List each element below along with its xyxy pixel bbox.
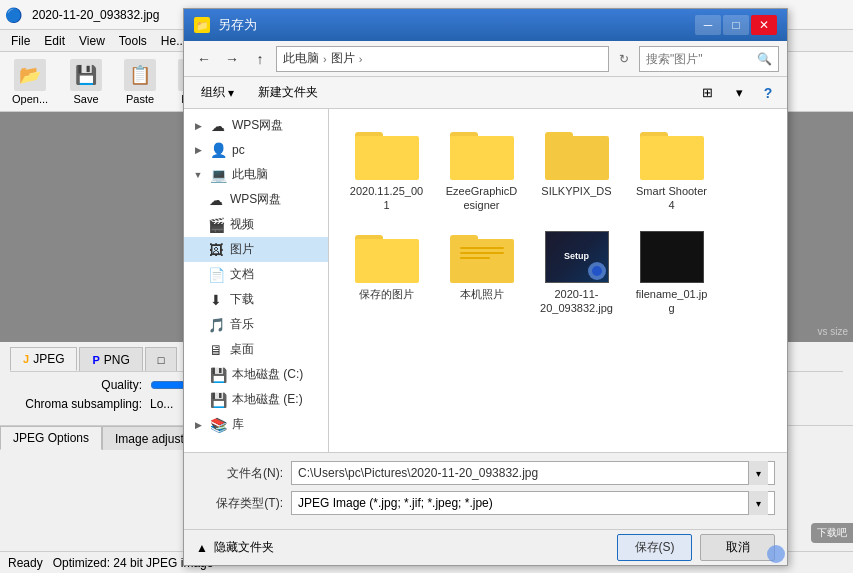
view-toggle-button[interactable]: ⊞ xyxy=(693,82,721,104)
dialog-sidebar: ▶ ☁ WPS网盘 ▶ 👤 pc ▼ 💻 此电脑 ☁ xyxy=(184,109,329,452)
view-arrow-button[interactable]: ▾ xyxy=(725,82,753,104)
tab-jpeg-options[interactable]: JPEG Options xyxy=(0,426,102,450)
tab-other[interactable]: □ xyxy=(145,347,178,371)
file-item-fn01[interactable]: filename_01.jpg xyxy=(629,227,714,320)
paste-button[interactable]: 📋 Paste xyxy=(117,55,163,109)
wps2-icon: ☁ xyxy=(208,192,224,208)
breadcrumb-pictures: 图片 xyxy=(331,50,355,67)
sidebar-item-music[interactable]: 🎵 音乐 xyxy=(184,312,328,337)
dialog-buttons: 保存(S) 取消 xyxy=(617,534,775,561)
breadcrumb: 此电脑 › 图片 › xyxy=(283,50,364,67)
sidebar-item-pc[interactable]: ▶ 👤 pc xyxy=(184,138,328,162)
address-bar[interactable]: 此电脑 › 图片 › xyxy=(276,46,609,72)
filetype-label: 保存类型(T): xyxy=(196,495,291,512)
minimize-button[interactable]: ─ xyxy=(695,15,721,35)
sidebar-item-desktop[interactable]: 🖥 桌面 xyxy=(184,337,328,362)
sidebar-item-this-pc[interactable]: ▼ 💻 此电脑 xyxy=(184,162,328,187)
search-bar[interactable]: 🔍 xyxy=(639,46,779,72)
open-button[interactable]: 📂 Open... xyxy=(5,55,55,109)
sidebar-item-documents[interactable]: 📄 文档 xyxy=(184,262,328,287)
png-tab-label: PNG xyxy=(104,353,130,367)
pc-label: pc xyxy=(232,143,245,157)
filetype-value: JPEG Image (*.jpg; *.jif; *.jpeg; *.jpe) xyxy=(298,496,493,510)
dialog-title-area: 📁 另存为 xyxy=(194,16,257,34)
sidebar-item-videos[interactable]: 🎬 视频 xyxy=(184,212,328,237)
chroma-label: Chroma subsampling: xyxy=(20,397,150,411)
tab-png[interactable]: P PNG xyxy=(79,347,142,371)
filename-dropdown-arrow[interactable]: ▾ xyxy=(748,461,768,485)
organize-button[interactable]: 组织 ▾ xyxy=(192,81,243,104)
paste-label: Paste xyxy=(126,93,154,105)
folder-icon-smart xyxy=(640,128,704,180)
videos-label: 视频 xyxy=(230,216,254,233)
search-input[interactable] xyxy=(646,52,757,66)
save-label: Save xyxy=(74,93,99,105)
filename-value: C:\Users\pc\Pictures\2020-11-20_093832.j… xyxy=(298,466,748,480)
filename-label: 文件名(N): xyxy=(196,465,291,482)
expand-lib: ▶ xyxy=(192,419,204,431)
expand-disk-e xyxy=(192,394,204,406)
up-button[interactable]: ↑ xyxy=(248,47,272,71)
folder-icon-ezee xyxy=(450,128,514,180)
filename-input-wrapper[interactable]: C:\Users\pc\Pictures\2020-11-20_093832.j… xyxy=(291,461,775,485)
file-item-photos-folder[interactable]: 本机照片 xyxy=(439,227,524,320)
forward-button[interactable]: → xyxy=(220,47,244,71)
cancel-button[interactable]: 取消 xyxy=(700,534,775,561)
file-fn01-label: filename_01.jpg xyxy=(633,287,710,316)
folder-2020-label: 2020.11.25_001 xyxy=(348,184,425,213)
file-item-saved-folder[interactable]: 保存的图片 xyxy=(344,227,429,320)
sidebar-item-pictures[interactable]: 🖼 图片 xyxy=(184,237,328,262)
music-label: 音乐 xyxy=(230,316,254,333)
folder-saved-label: 保存的图片 xyxy=(359,287,414,301)
folder-icon-2020 xyxy=(355,128,419,180)
wps2-label: WPS网盘 xyxy=(230,191,281,208)
expand-icon-thispc: ▼ xyxy=(192,169,204,181)
library-label: 库 xyxy=(232,416,244,433)
file-item-silky-folder[interactable]: SILKYPIX_DS xyxy=(534,124,619,217)
file-item-2020-jpg[interactable]: Setup 2020-11-20_093832.jpg xyxy=(534,227,619,320)
dialog-toolbar: 组织 ▾ 新建文件夹 ⊞ ▾ ? xyxy=(184,77,787,109)
maximize-button[interactable]: □ xyxy=(723,15,749,35)
close-button[interactable]: ✕ xyxy=(751,15,777,35)
refresh-button[interactable]: ↻ xyxy=(613,48,635,70)
jpeg-options-label: JPEG Options xyxy=(13,431,89,445)
expand-disk-c xyxy=(192,369,204,381)
breadcrumb-pc: 此电脑 xyxy=(283,50,319,67)
save-button[interactable]: 保存(S) xyxy=(617,534,692,561)
new-folder-button[interactable]: 新建文件夹 xyxy=(247,81,329,104)
pictures-label: 图片 xyxy=(230,241,254,258)
dialog-files-area[interactable]: 2020.11.25_001 EzeeGraphicDesigner xyxy=(329,109,787,452)
dialog-main-content: ▶ ☁ WPS网盘 ▶ 👤 pc ▼ 💻 此电脑 ☁ xyxy=(184,109,787,452)
black-thumb-fn01 xyxy=(640,231,704,283)
menu-edit[interactable]: Edit xyxy=(38,32,71,50)
filetype-combo[interactable]: JPEG Image (*.jpg; *.jif; *.jpeg; *.jpe)… xyxy=(291,491,775,515)
hide-folders-bar: ▲ 隐藏文件夹 保存(S) 取消 xyxy=(184,529,787,565)
sidebar-item-downloads[interactable]: ⬇ 下载 xyxy=(184,287,328,312)
tab-jpeg[interactable]: J JPEG xyxy=(10,347,77,371)
search-icon: 🔍 xyxy=(757,52,772,66)
back-button[interactable]: ← xyxy=(192,47,216,71)
sidebar-item-library[interactable]: ▶ 📚 库 xyxy=(184,412,328,437)
menu-view[interactable]: View xyxy=(73,32,111,50)
file-item-2020-folder[interactable]: 2020.11.25_001 xyxy=(344,124,429,217)
menu-tools[interactable]: Tools xyxy=(113,32,153,50)
organize-arrow: ▾ xyxy=(228,86,234,100)
sidebar-item-wps-cloud[interactable]: ▶ ☁ WPS网盘 xyxy=(184,113,328,138)
disk-c-icon: 💾 xyxy=(210,367,226,383)
disk-c-label: 本地磁盘 (C:) xyxy=(232,366,303,383)
downloads-icon: ⬇ xyxy=(208,292,224,308)
dialog-window-controls: ─ □ ✕ xyxy=(695,15,777,35)
sidebar-item-wps2[interactable]: ☁ WPS网盘 xyxy=(184,187,328,212)
app-title: 2020-11-20_093832.jpg xyxy=(32,8,159,22)
hide-arrow-icon: ▲ xyxy=(196,541,208,555)
open-icon: 📂 xyxy=(14,59,46,91)
help-button[interactable]: ? xyxy=(757,82,779,104)
file-item-ezee-folder[interactable]: EzeeGraphicDesigner xyxy=(439,124,524,217)
menu-file[interactable]: File xyxy=(5,32,36,50)
save-button[interactable]: 💾 Save xyxy=(63,55,109,109)
sidebar-item-disk-c[interactable]: 💾 本地磁盘 (C:) xyxy=(184,362,328,387)
new-folder-label: 新建文件夹 xyxy=(258,84,318,101)
file-item-smart-folder[interactable]: Smart Shooter 4 xyxy=(629,124,714,217)
sidebar-item-disk-e[interactable]: 💾 本地磁盘 (E:) xyxy=(184,387,328,412)
filetype-dropdown-arrow[interactable]: ▾ xyxy=(748,491,768,515)
